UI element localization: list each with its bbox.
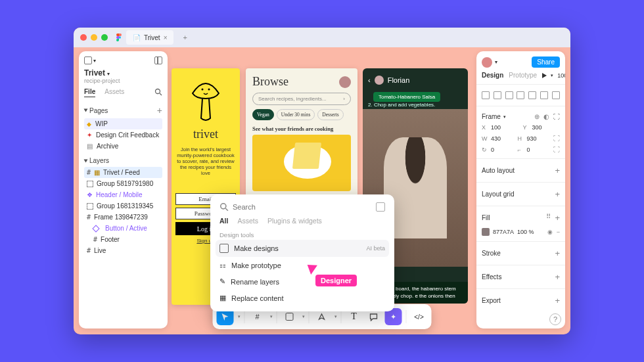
tab-title: Trivet bbox=[144, 34, 160, 41]
align-hcenter-icon[interactable] bbox=[494, 91, 501, 99]
search-icon[interactable] bbox=[154, 88, 162, 97]
tab-assets[interactable]: Assets bbox=[104, 88, 124, 97]
svg-line-6 bbox=[225, 208, 228, 211]
layer-group-2[interactable]: Group 1681319345 bbox=[84, 200, 162, 212]
share-button[interactable]: Share bbox=[532, 57, 560, 68]
resize-icon[interactable]: ⊕ bbox=[534, 113, 540, 120]
search-icon bbox=[219, 202, 229, 212]
back-icon: ‹ bbox=[368, 76, 371, 84]
cursor-arrow-icon bbox=[308, 261, 320, 275]
maximize-window-icon[interactable] bbox=[101, 34, 108, 41]
remove-fill-icon[interactable]: − bbox=[557, 229, 560, 235]
creator-avatar-icon bbox=[375, 76, 384, 85]
designs-icon bbox=[219, 244, 229, 253]
qa-tab-plugins[interactable]: Plugins & widgets bbox=[267, 217, 322, 225]
avatar-icon bbox=[482, 57, 492, 68]
align-bottom-icon[interactable] bbox=[540, 91, 548, 99]
layer-group-1[interactable]: Group 5819791980 bbox=[84, 178, 162, 189]
present-icon[interactable] bbox=[542, 73, 547, 78]
add-page-button[interactable]: + bbox=[157, 105, 162, 116]
add-effect-button[interactable]: + bbox=[555, 272, 560, 282]
corners-icon[interactable]: ⛶ bbox=[553, 146, 560, 153]
layer-footer[interactable]: #Footer bbox=[84, 234, 162, 245]
titlebar: 📄 Trivet × + bbox=[74, 28, 570, 47]
svg-point-3 bbox=[202, 89, 204, 91]
project-name[interactable]: Trivet ▾ bbox=[84, 68, 162, 78]
align-top-icon[interactable] bbox=[517, 91, 524, 99]
quick-search-input[interactable] bbox=[233, 203, 372, 211]
layer-button-active[interactable]: Button / Active bbox=[84, 223, 162, 234]
add-fill-button[interactable]: + bbox=[555, 213, 560, 223]
user-menu[interactable]: ▾ bbox=[482, 57, 497, 68]
page-item-wip[interactable]: ◆ WIP bbox=[84, 118, 162, 129]
step-text: 2. Chop and add vegetables. bbox=[363, 102, 468, 108]
add-grid-button[interactable]: + bbox=[555, 189, 560, 199]
document-tab[interactable]: 📄 Trivet × bbox=[126, 30, 173, 45]
add-stroke-button[interactable]: + bbox=[555, 248, 560, 258]
layer-live[interactable]: #Live bbox=[84, 245, 162, 256]
frame-label[interactable]: Frame bbox=[482, 113, 501, 120]
close-window-icon[interactable] bbox=[80, 34, 87, 41]
panel-toggle-icon[interactable] bbox=[154, 57, 162, 64]
expand-icon[interactable] bbox=[376, 202, 385, 212]
align-left-icon[interactable] bbox=[482, 91, 490, 99]
add-autolayout-button[interactable]: + bbox=[555, 166, 560, 175]
browse-title: Browse bbox=[252, 75, 288, 89]
zoom-level[interactable]: 100% bbox=[557, 72, 565, 79]
align-right-icon[interactable] bbox=[505, 91, 513, 99]
marketing-copy: Join the world's largest munity-powered … bbox=[175, 147, 236, 176]
align-vcenter-icon[interactable] bbox=[528, 91, 536, 99]
tab-file[interactable]: File bbox=[84, 88, 95, 97]
replace-icon: ▦ bbox=[219, 294, 226, 302]
multiplayer-cursor: Designer bbox=[309, 263, 357, 286]
layer-trivet-feed[interactable]: #▦Trivet / Feed bbox=[84, 167, 162, 178]
orientation-icon[interactable]: ◐ bbox=[543, 113, 549, 120]
pages-header[interactable]: Pages + bbox=[84, 105, 162, 116]
export-label: Export bbox=[482, 297, 501, 304]
radius-field[interactable]: ⌐0 bbox=[518, 146, 550, 153]
qa-make-designs[interactable]: Make designsAI beta bbox=[216, 240, 389, 257]
w-field[interactable]: W430 bbox=[482, 135, 514, 142]
styles-icon[interactable]: ⠿ bbox=[546, 213, 551, 223]
fill-swatch-icon bbox=[482, 228, 490, 236]
minimize-window-icon[interactable] bbox=[91, 34, 97, 41]
add-export-button[interactable]: + bbox=[555, 296, 560, 305]
dev-mode-tool[interactable]: </> bbox=[411, 308, 428, 325]
layer-frame[interactable]: #Frame 139847239 bbox=[84, 212, 162, 223]
tab-prototype[interactable]: Prototype bbox=[509, 72, 537, 79]
svg-point-4 bbox=[208, 89, 210, 91]
lock-aspect-icon[interactable]: ⛶ bbox=[553, 135, 560, 142]
fit-icon[interactable]: ⛶ bbox=[553, 113, 560, 120]
help-button[interactable]: ? bbox=[549, 313, 561, 325]
qa-tab-all[interactable]: All bbox=[219, 217, 228, 225]
recipe-search: Search recipes, ingredients...› bbox=[252, 93, 351, 105]
main-menu-button[interactable]: ▾ bbox=[84, 57, 96, 64]
h-field[interactable]: H930 bbox=[518, 135, 550, 142]
qa-make-prototype[interactable]: ⚏Make prototype bbox=[216, 257, 389, 273]
qa-rename-layers[interactable]: ✎Rename layers bbox=[216, 273, 389, 290]
fill-value-row[interactable]: 877A7A100 %◉− bbox=[482, 228, 560, 236]
project-subtitle: recipe-project bbox=[84, 78, 162, 84]
alignment-row bbox=[482, 90, 560, 101]
x-field[interactable]: X100 bbox=[482, 124, 519, 131]
rotation-field[interactable]: ↻0 bbox=[482, 146, 514, 153]
page-item-crit[interactable]: ✦ Design Crit Feedback bbox=[84, 129, 162, 141]
qa-replace-content[interactable]: ▦Replace content bbox=[216, 290, 389, 306]
layer-header-mobile[interactable]: ❖Header / Mobile bbox=[84, 189, 162, 200]
visibility-icon[interactable]: ◉ bbox=[547, 229, 553, 235]
page-item-archive[interactable]: ▤ Archive bbox=[84, 141, 162, 152]
window-controls bbox=[80, 34, 108, 41]
app-window: 📄 Trivet × + ▾ Trivet ▾ recipe-project F… bbox=[74, 28, 570, 334]
quick-actions-popup: All Assets Plugins & widgets Design tool… bbox=[210, 194, 394, 311]
close-tab-icon[interactable]: × bbox=[164, 34, 168, 41]
stroke-label: Stroke bbox=[482, 250, 501, 257]
layers-header[interactable]: Layers bbox=[84, 157, 162, 164]
left-panel: ▾ Trivet ▾ recipe-project File Assets Pa… bbox=[79, 51, 168, 328]
y-field[interactable]: Y300 bbox=[523, 124, 561, 131]
recipe-chip: Tomato-Habanero Salsa bbox=[373, 92, 440, 102]
tab-design[interactable]: Design bbox=[482, 72, 503, 79]
new-tab-button[interactable]: + bbox=[177, 34, 192, 41]
recipe-image bbox=[252, 135, 351, 191]
qa-tab-assets[interactable]: Assets bbox=[237, 217, 258, 225]
distribute-icon[interactable] bbox=[552, 91, 560, 99]
